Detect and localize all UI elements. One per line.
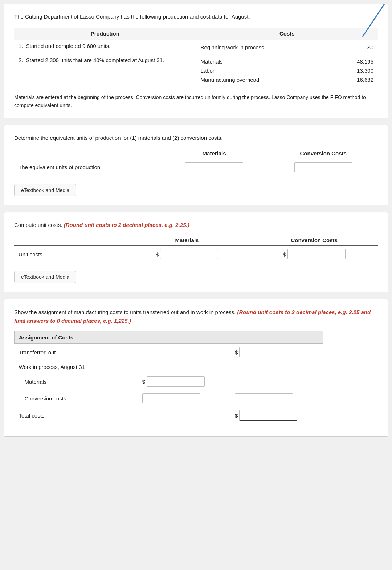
unit-costs-table: Materials Conversion Costs Unit costs $ … bbox=[14, 235, 378, 262]
assignment-table-header: Assignment of Costs bbox=[19, 334, 73, 341]
svg-line-0 bbox=[363, 4, 384, 37]
total-costs-input[interactable] bbox=[239, 410, 297, 421]
dollar-sign-2: $ bbox=[283, 251, 286, 257]
cost-value-1: $0 bbox=[367, 44, 373, 50]
materials-input[interactable] bbox=[147, 376, 205, 387]
table-row: 1. Started and completed 9,600 units. Be… bbox=[14, 40, 378, 54]
materials-header: Materials bbox=[160, 148, 269, 159]
conversion-costs-left-input[interactable] bbox=[142, 393, 200, 403]
section2-instruction: Compute unit costs. (Round unit costs to… bbox=[14, 221, 378, 229]
total-costs-label: Total costs bbox=[15, 407, 138, 424]
dollar-sign-1: $ bbox=[156, 251, 159, 257]
production-costs-table: Production Costs 1. Started and complete… bbox=[14, 28, 378, 87]
table-row: 2. Started 2,300 units that are 40% comp… bbox=[14, 54, 378, 87]
unit-costs-label: Unit costs bbox=[14, 246, 123, 262]
materials-row: Materials $ bbox=[15, 373, 323, 390]
conversion-costs-right-input[interactable] bbox=[235, 393, 293, 403]
conversion-costs-row: Conversion costs bbox=[15, 390, 323, 407]
unit-costs-materials-header: Materials bbox=[123, 235, 251, 246]
equivalent-units-row: The equivalent units of production bbox=[14, 159, 378, 175]
materials-label: Materials bbox=[15, 373, 138, 390]
work-in-process-label: Work in process, August 31 bbox=[15, 361, 138, 373]
conversion-costs-label: Conversion costs bbox=[15, 390, 138, 407]
transferred-out-label: Transferred out bbox=[15, 344, 138, 361]
prod-text-2: Started 2,300 units that are 40% complet… bbox=[26, 57, 164, 63]
cost-value-labor: 13,300 bbox=[357, 68, 373, 74]
unit-costs-materials-input[interactable] bbox=[160, 249, 218, 259]
transferred-out-input[interactable] bbox=[239, 347, 297, 357]
transferred-out-row: Transferred out $ bbox=[15, 344, 323, 361]
unit-costs-card: Compute unit costs. (Round unit costs to… bbox=[4, 212, 388, 293]
conversion-costs-header: Conversion Costs bbox=[269, 148, 378, 159]
cost-value-2: 48,195 bbox=[357, 58, 373, 65]
total-costs-row: Total costs $ bbox=[15, 407, 323, 424]
assignment-of-costs-table: Assignment of Costs Transferred out $ Wo… bbox=[14, 331, 323, 424]
total-dollar: $ bbox=[235, 412, 238, 419]
eq-units-conversion-input[interactable] bbox=[294, 162, 352, 172]
intro-card: The Cutting Department of Lasso Company … bbox=[4, 4, 388, 118]
production-header: Production bbox=[14, 28, 196, 40]
section1-instruction: Determine the equivalent units of produc… bbox=[14, 134, 378, 142]
section2-instruction-note: (Round unit costs to 2 decimal places, e… bbox=[64, 222, 189, 228]
unit-costs-conversion-input[interactable] bbox=[287, 249, 346, 259]
prod-num-2: 2. bbox=[19, 57, 23, 63]
transferred-dollar: $ bbox=[235, 349, 238, 355]
cost-label-overhead: Manufacturing overhead bbox=[201, 77, 260, 83]
intro-text: The Cutting Department of Lasso Company … bbox=[14, 13, 378, 21]
cost-label-2: Materials bbox=[201, 58, 223, 65]
cost-value-overhead: 16,682 bbox=[357, 77, 373, 83]
etextbook-media-button-1[interactable]: eTextbook and Media bbox=[14, 184, 76, 196]
costs-header: Costs bbox=[196, 28, 378, 40]
eq-units-materials-input[interactable] bbox=[185, 162, 243, 172]
prod-text-1: Started and completed 9,600 units. bbox=[26, 43, 111, 49]
assignment-costs-card: Show the assignment of manufacturing cos… bbox=[4, 299, 388, 437]
cost-label-1: Beginning work in process bbox=[201, 44, 264, 50]
unit-costs-conversion-header: Conversion Costs bbox=[250, 235, 378, 246]
unit-costs-row: Unit costs $ $ bbox=[14, 246, 378, 262]
cost-label-labor: Labor bbox=[201, 68, 215, 74]
prod-num-1: 1. bbox=[19, 43, 23, 49]
equivalent-units-card: Determine the equivalent units of produc… bbox=[4, 125, 388, 205]
section3-instruction: Show the assignment of manufacturing cos… bbox=[14, 308, 378, 325]
etextbook-media-button-2[interactable]: eTextbook and Media bbox=[14, 271, 76, 283]
note-text: Materials are entered at the beginning o… bbox=[14, 93, 378, 110]
work-in-process-row: Work in process, August 31 bbox=[15, 361, 323, 373]
eq-units-label: The equivalent units of production bbox=[14, 159, 160, 175]
equivalent-units-table: Materials Conversion Costs The equivalen… bbox=[14, 148, 378, 175]
materials-dollar: $ bbox=[142, 379, 145, 385]
decorative-line bbox=[359, 4, 388, 40]
